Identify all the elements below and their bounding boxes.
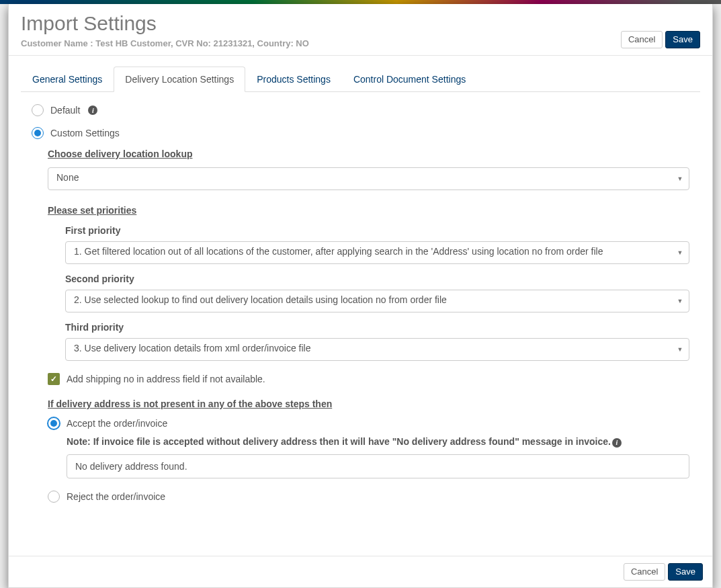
radio-icon (32, 104, 44, 116)
import-settings-modal: Import Settings Customer Name : Test HB … (8, 4, 713, 588)
modal-body: General Settings Delivery Location Setti… (9, 56, 712, 556)
modal-footer: Cancel Save (9, 556, 712, 587)
page-subtitle: Customer Name : Test HB Customer, CVR No… (21, 38, 309, 48)
settings-mode-default[interactable]: Default i (32, 104, 689, 116)
priority-block: First priority 1. Get filtered location … (65, 225, 689, 361)
tab-general[interactable]: General Settings (21, 67, 114, 92)
third-priority-select[interactable]: 3. Use delivery location details from xm… (65, 338, 689, 361)
page-title: Import Settings (21, 12, 309, 34)
tab-control[interactable]: Control Document Settings (342, 67, 477, 92)
add-shipping-checkbox-row[interactable]: ✓ Add shipping no in address field if no… (48, 373, 689, 385)
tab-delivery[interactable]: Delivery Location Settings (114, 67, 245, 92)
radio-label: Accept the order/invoice (67, 418, 167, 429)
tab-content: Default i Custom Settings Choose deliver… (21, 104, 700, 503)
radio-label: Reject the order/invoice (67, 491, 165, 502)
info-icon[interactable]: i (612, 438, 622, 448)
checkbox-label: Add shipping no in address field if not … (67, 374, 265, 384)
save-button[interactable]: Save (665, 31, 700, 48)
radio-icon (48, 417, 60, 429)
custom-settings-section: Choose delivery location lookup None ▼ P… (48, 149, 689, 503)
second-priority-label: Second priority (65, 274, 689, 284)
second-priority-select[interactable]: 2. Use selected lookup to find out deliv… (65, 290, 689, 312)
radio-label: Custom Settings (50, 128, 120, 138)
cancel-button-footer[interactable]: Cancel (624, 563, 665, 581)
priorities-heading: Please set priorities (48, 205, 689, 216)
save-button-footer[interactable]: Save (668, 563, 703, 581)
tab-products[interactable]: Products Settings (245, 67, 342, 92)
radio-icon (48, 491, 60, 503)
fallback-accept[interactable]: Accept the order/invoice (48, 417, 689, 429)
first-priority-select[interactable]: 1. Get filtered location out of all loca… (65, 241, 689, 264)
header-buttons: Cancel Save (621, 31, 700, 48)
bg-right (713, 4, 721, 588)
checkmark-icon: ✓ (48, 373, 60, 385)
bg-left (0, 4, 8, 588)
accept-note-block: Note: If invoice file is accepted withou… (67, 436, 689, 478)
lookup-select[interactable]: None (48, 167, 689, 190)
fallback-heading: If delivery address is not present in an… (48, 398, 689, 409)
lookup-heading: Choose delivery location lookup (48, 149, 689, 159)
lookup-select-wrap: None ▼ (48, 167, 689, 190)
radio-label: Default (50, 105, 80, 116)
header-titles: Import Settings Customer Name : Test HB … (21, 12, 309, 48)
no-delivery-message-input[interactable] (67, 454, 689, 478)
note-text: Note: If invoice file is accepted withou… (67, 436, 611, 447)
accept-note: Note: If invoice file is accepted withou… (67, 436, 689, 448)
modal-header: Import Settings Customer Name : Test HB … (9, 4, 712, 56)
radio-icon (32, 127, 44, 139)
first-priority-label: First priority (65, 225, 689, 236)
tabs: General Settings Delivery Location Setti… (21, 67, 700, 92)
third-priority-label: Third priority (65, 322, 689, 333)
fallback-reject[interactable]: Reject the order/invoice (48, 491, 689, 503)
info-icon[interactable]: i (88, 106, 97, 115)
settings-mode-custom[interactable]: Custom Settings (32, 127, 689, 139)
cancel-button[interactable]: Cancel (621, 31, 663, 48)
